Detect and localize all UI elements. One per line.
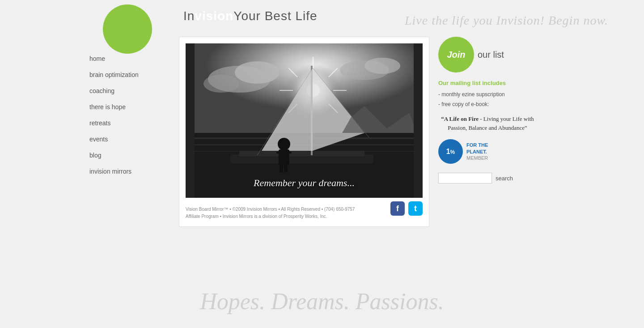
for-the-line: FOR THE [466, 142, 488, 148]
one-percent-circle: 1% [438, 139, 463, 164]
hero-caption: Remember your dreams... [186, 177, 423, 189]
svg-rect-28 [276, 152, 281, 153]
logo-circle [103, 4, 152, 54]
nav-item-invision-mirrors[interactable]: invision mirrors [89, 167, 170, 175]
nav-link-retreats[interactable]: retreats [89, 119, 110, 127]
hero-svg [186, 43, 423, 198]
ebook-title: “A Life on Fire - Living your Life with … [438, 115, 537, 132]
one-percent-number: 1% [446, 148, 455, 155]
logo-in: In [183, 9, 195, 23]
nav-item-retreats[interactable]: retreats [89, 119, 170, 127]
social-icons: f t [390, 201, 423, 216]
nav-link-blog[interactable]: blog [89, 152, 101, 159]
main-layout: home brain optimization coaching there i… [0, 37, 644, 227]
logo-vision: vision [195, 9, 233, 23]
mailing-heading: Our mailing list includes [438, 80, 537, 86]
right-sidebar: Join our list Our mailing list includes … [438, 37, 537, 227]
page-wrapper: Live the life you Invision! Begin now. I… [0, 0, 644, 328]
one-percent-label: FOR THE PLANET. MEMBER [466, 142, 488, 161]
footer-line2: Affiliate Program • Invision Mirrors is … [186, 213, 355, 220]
mailing-list-items: - monthly ezine supscription - free copy… [438, 90, 537, 109]
svg-point-16 [235, 61, 280, 84]
ebook-name: “A Life on Fire [441, 115, 479, 122]
search-button[interactable]: search [496, 175, 513, 182]
search-input[interactable] [438, 173, 492, 183]
nav-link-invision-mirrors[interactable]: invision mirrors [89, 168, 131, 175]
image-container: Remember your dreams... Vision Board Mir… [179, 37, 429, 227]
svg-rect-30 [280, 164, 283, 172]
bottom-watermark: Hopes. Dreams. Passions. [200, 288, 444, 315]
join-circle-label: Join [447, 50, 465, 60]
svg-point-19 [364, 58, 400, 74]
footer-row: Vision Board Mirror™ • ©2009 Invision Mi… [186, 198, 423, 220]
header: InvisionYour Best Life [0, 0, 644, 32]
search-section: search [438, 173, 537, 183]
one-percent-badge: 1% FOR THE PLANET. MEMBER [438, 139, 537, 164]
nav-link-coaching[interactable]: coaching [89, 87, 114, 94]
center-content: Remember your dreams... Vision Board Mir… [179, 37, 429, 227]
nav-link-brain-optimization[interactable]: brain optimization [89, 71, 139, 78]
mailing-item-0: - monthly ezine supscription [438, 90, 537, 100]
nav-item-there-is-hope[interactable]: there is hope [89, 103, 170, 111]
join-suffix-label: our list [478, 50, 504, 60]
twitter-icon[interactable]: t [408, 201, 423, 216]
nav-item-coaching[interactable]: coaching [89, 87, 170, 95]
facebook-icon[interactable]: f [390, 201, 405, 216]
nav-item-home[interactable]: home [89, 55, 170, 63]
footer-line1: Vision Board Mirror™ • ©2009 Invision Mi… [186, 206, 355, 213]
svg-point-26 [278, 138, 290, 150]
nav-item-brain-optimization[interactable]: brain optimization [89, 71, 170, 79]
nav-link-there-is-hope[interactable]: there is hope [89, 103, 126, 111]
footer-text: Vision Board Mirror™ • ©2009 Invision Mi… [186, 206, 355, 220]
nav-item-blog[interactable]: blog [89, 151, 170, 159]
join-section: Join our list [438, 37, 537, 72]
svg-rect-29 [287, 152, 292, 153]
nav-link-home[interactable]: home [89, 55, 105, 62]
svg-rect-31 [284, 164, 288, 172]
nav-list: home brain optimization coaching there i… [89, 55, 170, 175]
planet-line: PLANET. [466, 149, 488, 155]
nav-item-events[interactable]: events [89, 135, 170, 143]
mailing-item-1: - free copy of e-book: [438, 100, 537, 110]
join-circle: Join [438, 37, 474, 72]
svg-point-17 [203, 75, 239, 93]
logo-rest: Your Best Life [233, 9, 317, 23]
nav-link-events[interactable]: events [89, 136, 108, 143]
logo-text: InvisionYour Best Life [183, 9, 318, 23]
member-label: MEMBER [466, 155, 488, 161]
left-nav: home brain optimization coaching there i… [89, 37, 170, 227]
hero-image: Remember your dreams... [186, 43, 423, 198]
